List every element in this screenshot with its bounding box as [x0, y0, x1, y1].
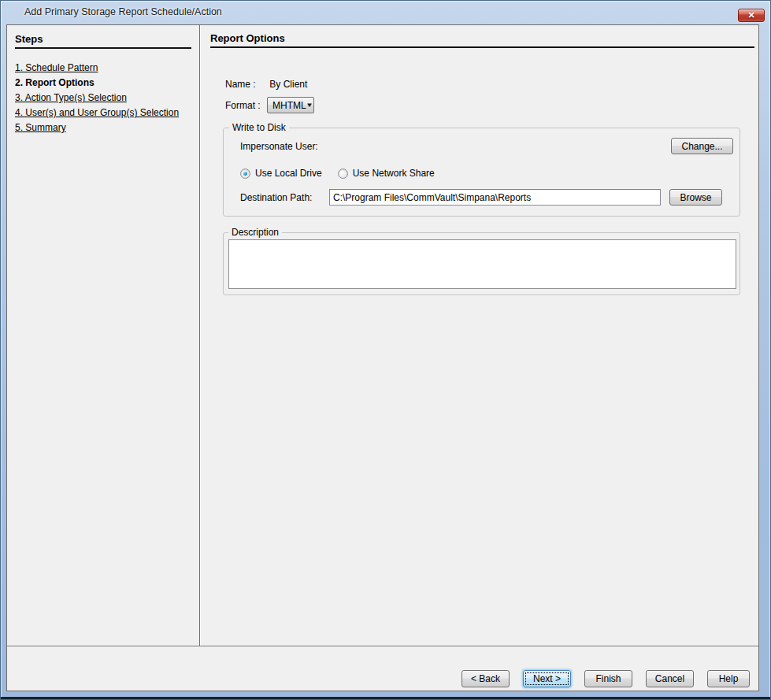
- radio-icon: [240, 169, 250, 179]
- title-bar[interactable]: Add Primary Storage Report Schedule/Acti…: [1, 1, 770, 24]
- destination-path-input[interactable]: [329, 189, 661, 206]
- window-bottom-edge: [1, 697, 770, 699]
- use-local-drive-radio[interactable]: Use Local Drive: [240, 168, 322, 179]
- radio-icon: [338, 169, 348, 179]
- format-row: Format : MHTML ▼: [225, 97, 754, 113]
- use-network-share-radio[interactable]: Use Network Share: [338, 168, 435, 179]
- destination-path-label: Destination Path:: [240, 192, 329, 203]
- dialog-content: Steps 1. Schedule Pattern 2. Report Opti…: [6, 24, 759, 691]
- help-button[interactable]: Help: [707, 670, 750, 687]
- use-local-drive-label: Use Local Drive: [255, 168, 322, 179]
- step-link[interactable]: 5. Summary: [15, 122, 66, 133]
- steps-heading: Steps: [15, 34, 191, 49]
- chevron-down-icon: ▼: [306, 102, 313, 109]
- change-button[interactable]: Change...: [671, 138, 733, 154]
- name-row: Name : By Client: [225, 79, 754, 91]
- name-value: By Client: [269, 79, 307, 90]
- use-network-share-label: Use Network Share: [353, 168, 435, 179]
- wizard-panels: Steps 1. Schedule Pattern 2. Report Opti…: [7, 25, 758, 646]
- description-group: Description: [223, 227, 740, 295]
- finish-button[interactable]: Finish: [584, 670, 632, 687]
- browse-button[interactable]: Browse: [669, 189, 722, 206]
- description-textarea[interactable]: [228, 239, 736, 289]
- dialog-window: Add Primary Storage Report Schedule/Acti…: [0, 0, 771, 700]
- drive-type-row: Use Local Drive Use Network Share: [240, 168, 733, 179]
- step-link[interactable]: 3. Action Type(s) Selection: [15, 92, 127, 103]
- page-title: Report Options: [210, 33, 754, 48]
- destination-row: Destination Path: Browse: [240, 189, 733, 206]
- write-to-disk-group: Write to Disk Impersonate User: Change..…: [223, 122, 740, 217]
- name-label: Name :: [225, 79, 267, 91]
- steps-list: 1. Schedule Pattern 2. Report Options 3.…: [15, 62, 191, 133]
- step-link-current: 2. Report Options: [15, 77, 95, 88]
- impersonate-user-label: Impersonate User:: [240, 141, 318, 152]
- format-label: Format :: [225, 100, 267, 111]
- format-selected-value: MHTML: [272, 100, 306, 111]
- impersonate-row: Impersonate User: Change...: [240, 138, 733, 154]
- cancel-button[interactable]: Cancel: [646, 670, 694, 687]
- step-item-schedule-pattern[interactable]: 1. Schedule Pattern: [15, 62, 191, 73]
- format-select[interactable]: MHTML ▼: [267, 97, 314, 113]
- step-item-action-type-selection[interactable]: 3. Action Type(s) Selection: [15, 92, 191, 103]
- next-button[interactable]: Next >: [523, 670, 571, 687]
- step-item-users-groups-selection[interactable]: 4. User(s) and User Group(s) Selection: [15, 107, 191, 118]
- step-link[interactable]: 1. Schedule Pattern: [15, 62, 98, 73]
- back-button[interactable]: < Back: [461, 670, 510, 687]
- window-title: Add Primary Storage Report Schedule/Acti…: [24, 6, 222, 17]
- step-item-summary[interactable]: 5. Summary: [15, 122, 191, 133]
- footer-button-bar: < Back Next > Finish Cancel Help: [7, 646, 758, 691]
- write-to-disk-legend: Write to Disk: [229, 122, 289, 133]
- steps-panel: Steps 1. Schedule Pattern 2. Report Opti…: [7, 25, 200, 646]
- description-legend: Description: [228, 227, 282, 238]
- close-icon: ✕: [747, 11, 754, 20]
- step-link[interactable]: 4. User(s) and User Group(s) Selection: [15, 107, 179, 118]
- step-item-report-options[interactable]: 2. Report Options: [15, 77, 191, 88]
- close-button[interactable]: ✕: [738, 9, 765, 22]
- report-options-panel: Report Options Name : By Client Format :…: [200, 25, 758, 646]
